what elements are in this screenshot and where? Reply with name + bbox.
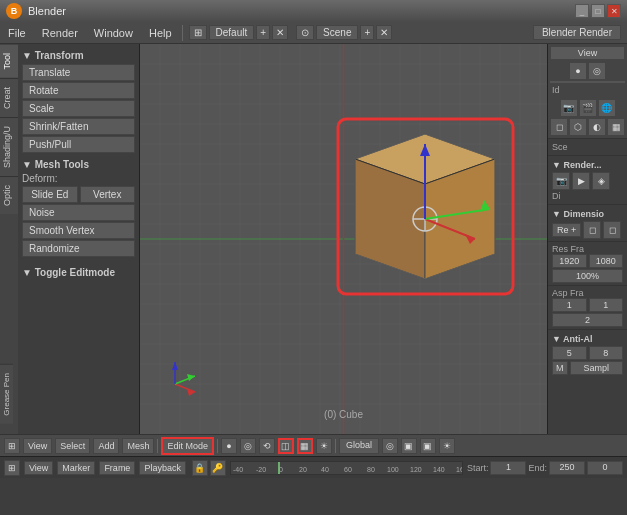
menu-file[interactable]: File bbox=[0, 25, 34, 41]
menu-window[interactable]: Window bbox=[86, 25, 141, 41]
view-label[interactable]: View bbox=[550, 46, 625, 60]
timeline-icon[interactable]: ⊞ bbox=[4, 460, 20, 476]
layout-add[interactable]: + bbox=[256, 25, 270, 40]
layout-selector[interactable]: Default bbox=[209, 25, 255, 40]
layers-icon1[interactable]: ▣ bbox=[401, 438, 417, 454]
sampl-label[interactable]: Sampl bbox=[570, 361, 624, 375]
start-field[interactable]: 1 bbox=[490, 461, 526, 475]
lock-icon[interactable]: 🔒 bbox=[192, 460, 208, 476]
render-icon-2[interactable]: ▶ bbox=[572, 172, 590, 190]
scene-selector[interactable]: Scene bbox=[316, 25, 358, 40]
solid-mode-icon[interactable]: ● bbox=[221, 438, 237, 454]
key-icon[interactable]: 🔑 bbox=[210, 460, 226, 476]
icon-scene[interactable]: 🎬 bbox=[579, 99, 597, 117]
fra-row: 2 bbox=[552, 313, 623, 327]
r-dot-btn[interactable]: ◎ bbox=[588, 62, 606, 80]
menubar: File Render Window Help ⊞ Default + ✕ ⊙ … bbox=[0, 22, 627, 44]
pushpull-button[interactable]: Push/Pull bbox=[22, 136, 135, 153]
pct-field[interactable]: 100% bbox=[552, 269, 623, 283]
viewport-icon[interactable]: ⊞ bbox=[4, 438, 20, 454]
minimize-button[interactable]: _ bbox=[575, 4, 589, 18]
prop-edit2-icon[interactable]: ▦ bbox=[297, 438, 313, 454]
slide-vertex-row: Slide Ed Vertex bbox=[22, 186, 135, 203]
start-end-fields: Start: 1 End: 250 0 bbox=[467, 461, 623, 475]
global-selector[interactable]: Global bbox=[339, 438, 379, 454]
asp-x[interactable]: 1 bbox=[552, 298, 587, 312]
close-button[interactable]: ✕ bbox=[607, 4, 621, 18]
noise-button[interactable]: Noise bbox=[22, 204, 135, 221]
tab-creat[interactable]: Creat bbox=[0, 78, 18, 117]
render-icon-3[interactable]: ◈ bbox=[592, 172, 610, 190]
titlebar-controls[interactable]: _ □ ✕ bbox=[575, 4, 621, 18]
tab-optic[interactable]: Optic bbox=[0, 176, 18, 214]
scene-icon[interactable]: ⊙ bbox=[296, 25, 314, 40]
icon-mesh[interactable]: ⬡ bbox=[569, 118, 587, 136]
end-field[interactable]: 250 bbox=[549, 461, 585, 475]
menu-help[interactable]: Help bbox=[141, 25, 180, 41]
tab-tool[interactable]: Tool bbox=[0, 44, 18, 78]
toggle-editmode[interactable]: ▼ Toggle Editmode bbox=[22, 265, 135, 280]
slide-ed-button[interactable]: Slide Ed bbox=[22, 186, 78, 203]
vertex-button[interactable]: Vertex bbox=[80, 186, 136, 203]
marker-btn[interactable]: Marker bbox=[57, 461, 95, 475]
maximize-button[interactable]: □ bbox=[591, 4, 605, 18]
svg-text:-40: -40 bbox=[233, 466, 243, 473]
select-menu[interactable]: Select bbox=[55, 438, 90, 454]
translate-button[interactable]: Translate bbox=[22, 64, 135, 81]
panel-content: ▼ Transform Translate Rotate Scale Shrin… bbox=[18, 44, 139, 434]
icon-tex[interactable]: ▦ bbox=[607, 118, 625, 136]
view-menu[interactable]: View bbox=[23, 438, 52, 454]
re-icon[interactable]: ◻ bbox=[583, 221, 601, 239]
layout-icon[interactable]: ⊞ bbox=[189, 25, 207, 40]
prop-edit-icon[interactable]: ◫ bbox=[278, 438, 294, 454]
view-tl-btn[interactable]: View bbox=[24, 461, 53, 475]
res-y[interactable]: 1080 bbox=[589, 254, 624, 268]
svg-text:160: 160 bbox=[456, 466, 462, 473]
mode-selector[interactable]: Edit Mode bbox=[161, 437, 214, 455]
pivot-icon[interactable]: ◎ bbox=[382, 438, 398, 454]
smooth-vertex-button[interactable]: Smooth Vertex bbox=[22, 222, 135, 239]
divider3 bbox=[335, 439, 336, 453]
antial-title: ▼ Anti-Al bbox=[552, 332, 623, 346]
icon-world[interactable]: 🌐 bbox=[598, 99, 616, 117]
asp-fra-labels: Asp Fra bbox=[552, 288, 623, 298]
scene-remove[interactable]: ✕ bbox=[376, 25, 392, 40]
antial-1[interactable]: 5 bbox=[552, 346, 587, 360]
r-toggle-btn[interactable]: ● bbox=[569, 62, 587, 80]
re-icon2[interactable]: ◻ bbox=[603, 221, 621, 239]
icon-camera[interactable]: 📷 bbox=[560, 99, 578, 117]
rotate-button[interactable]: Rotate bbox=[22, 82, 135, 99]
opengl-icon[interactable]: ☀ bbox=[316, 438, 332, 454]
scene-add[interactable]: + bbox=[360, 25, 374, 40]
res-x[interactable]: 1920 bbox=[552, 254, 587, 268]
antial-2[interactable]: 8 bbox=[589, 346, 624, 360]
shrink-button[interactable]: Shrink/Fatten bbox=[22, 118, 135, 135]
layers-icon2[interactable]: ▣ bbox=[420, 438, 436, 454]
menu-render[interactable]: Render bbox=[34, 25, 86, 41]
randomize-button[interactable]: Randomize bbox=[22, 240, 135, 257]
add-menu[interactable]: Add bbox=[93, 438, 119, 454]
timeline-ruler[interactable]: -40 -20 0 20 40 60 80 100 120 140 160 18… bbox=[230, 461, 463, 475]
re-btn[interactable]: Re + bbox=[552, 223, 581, 237]
icon-mat[interactable]: ◐ bbox=[588, 118, 606, 136]
asp-y[interactable]: 1 bbox=[589, 298, 624, 312]
current-frame-field[interactable]: 0 bbox=[587, 461, 623, 475]
m-label[interactable]: M bbox=[552, 361, 568, 375]
wire-mode-icon[interactable]: ◎ bbox=[240, 438, 256, 454]
playback-btn[interactable]: Playback bbox=[139, 461, 186, 475]
scale-button[interactable]: Scale bbox=[22, 100, 135, 117]
settings-icon[interactable]: ☀ bbox=[439, 438, 455, 454]
frame-btn[interactable]: Frame bbox=[99, 461, 135, 475]
engine-selector[interactable]: Blender Render bbox=[533, 25, 621, 40]
tab-grease-pen[interactable]: Grease Pen bbox=[0, 364, 13, 424]
tab-shading[interactable]: Shading/U bbox=[0, 117, 18, 176]
snap-icon[interactable]: ⟲ bbox=[259, 438, 275, 454]
svg-text:120: 120 bbox=[410, 466, 422, 473]
icon-obj[interactable]: ◻ bbox=[550, 118, 568, 136]
mesh-menu[interactable]: Mesh bbox=[122, 438, 154, 454]
right-panel: View ● ◎ Id 📷 🎬 🌐 ◻ ⬡ ◐ ▦ Sce bbox=[547, 44, 627, 434]
render-icon-1[interactable]: 📷 bbox=[552, 172, 570, 190]
viewport[interactable]: User Persp bbox=[140, 44, 547, 434]
num-2[interactable]: 2 bbox=[552, 313, 623, 327]
layout-remove[interactable]: ✕ bbox=[272, 25, 288, 40]
